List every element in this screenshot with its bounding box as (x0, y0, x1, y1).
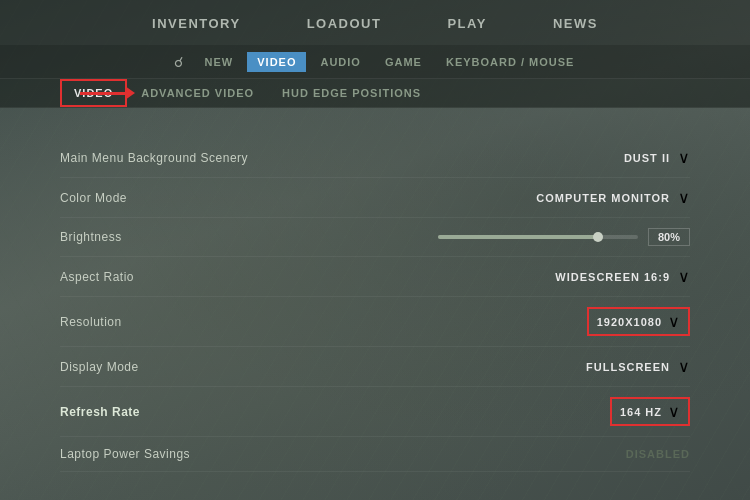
setting-row-brightness: Brightness80% (60, 218, 690, 257)
setting-value-display-mode: FULLSCREEN (586, 361, 670, 373)
setting-value-refresh-rate: 164 HZ (620, 406, 662, 418)
setting-label-resolution: Resolution (60, 315, 122, 329)
tab1-audio[interactable]: AUDIO (310, 52, 370, 72)
topnav-item-news[interactable]: NEWS (545, 12, 606, 35)
setting-row-refresh-rate: Refresh Rate164 HZ∨ (60, 387, 690, 437)
setting-dropdown-aspect-ratio[interactable]: WIDESCREEN 16:9∨ (555, 267, 690, 286)
setting-row-laptop-power: Laptop Power SavingsDISABLED (60, 437, 690, 472)
brightness-value: 80% (648, 228, 690, 246)
tab1-video[interactable]: VIDEO (247, 52, 306, 72)
settings-tabs-row2: VIDEOADVANCED VIDEOHUD EDGE POSITIONS (0, 79, 750, 108)
chevron-icon-display-mode: ∨ (678, 357, 690, 376)
setting-dropdown-refresh-rate[interactable]: 164 HZ∨ (610, 397, 690, 426)
topnav-item-play[interactable]: PLAY (439, 12, 494, 35)
tab2-hud[interactable]: HUD EDGE POSITIONS (268, 79, 435, 107)
setting-label-main-menu-bg: Main Menu Background Scenery (60, 151, 248, 165)
setting-label-laptop-power: Laptop Power Savings (60, 447, 190, 461)
settings-content: Main Menu Background SceneryDUST II∨Colo… (0, 108, 750, 482)
setting-row-main-menu-bg: Main Menu Background SceneryDUST II∨ (60, 138, 690, 178)
tab1-new[interactable]: NEW (195, 52, 244, 72)
setting-row-color-mode: Color ModeCOMPUTER MONITOR∨ (60, 178, 690, 218)
chevron-icon-resolution: ∨ (668, 312, 680, 331)
chevron-icon-refresh-rate: ∨ (668, 402, 680, 421)
setting-value-main-menu-bg: DUST II (624, 152, 670, 164)
setting-value-aspect-ratio: WIDESCREEN 16:9 (555, 271, 670, 283)
setting-dropdown-main-menu-bg[interactable]: DUST II∨ (624, 148, 690, 167)
top-nav: INVENTORYLOADOUTPLAYNEWS (0, 0, 750, 45)
settings-tabs-row1: ☌ NEWVIDEOAUDIOGAMEKEYBOARD / Mouse (0, 45, 750, 79)
brightness-slider-track[interactable] (438, 235, 638, 239)
tab1-game[interactable]: GAME (375, 52, 432, 72)
setting-label-brightness: Brightness (60, 230, 122, 244)
setting-dropdown-color-mode[interactable]: COMPUTER MONITOR∨ (536, 188, 690, 207)
setting-dropdown-resolution[interactable]: 1920X1080∨ (587, 307, 690, 336)
setting-row-resolution: Resolution1920X1080∨ (60, 297, 690, 347)
search-icon[interactable]: ☌ (166, 51, 191, 73)
topnav-item-loadout[interactable]: LOADOUT (299, 12, 390, 35)
setting-dropdown-display-mode[interactable]: FULLSCREEN∨ (586, 357, 690, 376)
tab1-keyboard[interactable]: KEYBOARD / Mouse (436, 52, 584, 72)
brightness-slider-fill (438, 235, 598, 239)
setting-value-laptop-power: DISABLED (626, 448, 690, 460)
setting-value-color-mode: COMPUTER MONITOR (536, 192, 670, 204)
setting-label-refresh-rate: Refresh Rate (60, 405, 140, 419)
setting-label-display-mode: Display Mode (60, 360, 139, 374)
chevron-icon-aspect-ratio: ∨ (678, 267, 690, 286)
setting-label-color-mode: Color Mode (60, 191, 127, 205)
arrow-indicator (80, 86, 135, 100)
topnav-item-inventory[interactable]: INVENTORY (144, 12, 249, 35)
setting-value-resolution: 1920X1080 (597, 316, 662, 328)
setting-row-aspect-ratio: Aspect RatioWIDESCREEN 16:9∨ (60, 257, 690, 297)
chevron-icon-main-menu-bg: ∨ (678, 148, 690, 167)
chevron-icon-color-mode: ∨ (678, 188, 690, 207)
tab2-advanced[interactable]: ADVANCED VIDEO (127, 79, 268, 107)
brightness-control[interactable]: 80% (438, 228, 690, 246)
setting-label-aspect-ratio: Aspect Ratio (60, 270, 134, 284)
brightness-slider-thumb[interactable] (593, 232, 603, 242)
setting-row-display-mode: Display ModeFULLSCREEN∨ (60, 347, 690, 387)
